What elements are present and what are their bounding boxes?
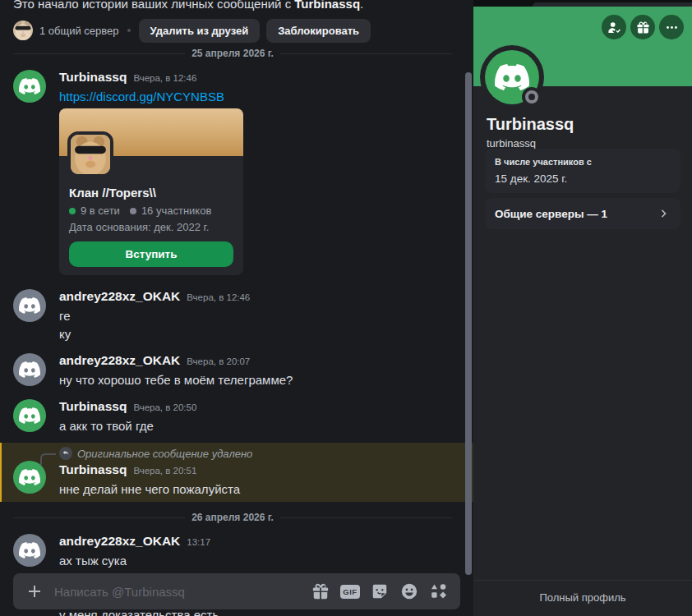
date-divider: 26 апреля 2026 г. <box>13 512 452 523</box>
chevron-right-icon <box>657 207 671 220</box>
discord-logo-icon <box>19 76 40 97</box>
message-author[interactable]: Turbinassq <box>59 399 127 414</box>
reply-spine <box>40 453 56 465</box>
message-group: andrey228xz_OKAKВчера, в 20:07 ну что хо… <box>13 352 452 388</box>
server-icon <box>67 131 113 177</box>
mutual-servers-card[interactable]: Общие серверы — 1 <box>485 198 680 229</box>
message-text: ге <box>59 309 452 323</box>
divider-line <box>13 53 185 54</box>
message-text: нне делай нне чего пожалуйста <box>59 482 452 496</box>
message-author[interactable]: andrey228xz_OKAK <box>59 353 180 368</box>
message-author[interactable]: andrey228xz_OKAK <box>59 534 180 549</box>
join-server-button[interactable]: Вступить <box>69 241 233 267</box>
dm-chat-area: Это начало истории ваших личных сообщени… <box>0 0 473 616</box>
message-text: а акк то твой где <box>59 419 452 433</box>
discord-logo-icon <box>19 405 40 426</box>
message-timestamp: 13:17 <box>187 535 210 549</box>
person-check-icon <box>607 21 621 34</box>
invite-link[interactable]: https://discord.gg/NYCYNBSB <box>59 90 224 103</box>
window-top-tab <box>533 2 692 7</box>
user-avatar[interactable] <box>13 399 46 432</box>
discord-logo-icon <box>19 540 40 561</box>
user-avatar[interactable] <box>13 534 46 567</box>
message-text: ах тыж сука <box>59 554 452 568</box>
message-timestamp: Вчера, в 20:07 <box>187 354 250 369</box>
chat-scrollbar[interactable] <box>465 72 472 575</box>
dm-intro-username: Turbinassq <box>294 0 360 11</box>
user-profile-panel: Turbinassq turbinassq В числе участников… <box>473 0 692 616</box>
user-avatar[interactable] <box>13 353 46 386</box>
message-input-bar: Написать @Turbinassq GIF <box>13 573 460 609</box>
attach-plus-icon[interactable] <box>25 582 44 601</box>
gif-icon[interactable]: GIF <box>340 582 360 601</box>
discord-logo-icon <box>19 467 40 488</box>
online-dot-icon <box>69 208 76 214</box>
divider-line <box>13 517 185 518</box>
member-since-label: В числе участников с <box>495 157 671 167</box>
message-author[interactable]: Turbinassq <box>59 70 127 85</box>
message-author[interactable]: andrey228xz_OKAK <box>59 289 180 304</box>
user-avatar[interactable] <box>13 461 46 494</box>
user-avatar[interactable] <box>13 70 46 103</box>
emoji-icon[interactable] <box>399 582 419 601</box>
invite-founded-date: Дата основания: дек. 2022 г. <box>69 221 233 233</box>
message-group: andrey228xz_OKAKВчера, в 12:46 ге ку <box>13 287 452 342</box>
discord-logo-icon <box>19 359 40 380</box>
profile-display-name: Turbinassq <box>487 115 679 134</box>
message-input[interactable]: Написать @Turbinassq <box>54 585 301 599</box>
message-group: Turbinassq Вчера, в 12:46 https://discor… <box>13 68 452 277</box>
full-profile-button[interactable]: Полный профиль <box>473 580 692 616</box>
deleted-original-note: Оригинальное сообщение удалено <box>77 448 252 460</box>
message-timestamp: Вчера, в 12:46 <box>133 71 196 85</box>
message-group: TurbinassqВчера, в 20:50 а акк то твой г… <box>13 398 452 434</box>
invite-server-name: Клан //Topers\\ <box>69 186 233 200</box>
divider-line <box>280 517 452 518</box>
apps-icon[interactable] <box>429 582 449 601</box>
remove-friend-button[interactable]: Удалить из друзей <box>139 19 261 43</box>
gift-icon[interactable] <box>630 15 655 39</box>
member-count: 16 участников <box>141 205 211 217</box>
message-author[interactable]: Turbinassq <box>59 462 127 477</box>
window-top-strip <box>473 0 692 7</box>
profile-username: turbinassq <box>487 137 679 149</box>
message-header: Turbinassq Вчера, в 12:46 <box>59 70 452 85</box>
message-text: https://discord.gg/NYCYNBSB <box>59 90 452 103</box>
member-since-card: В числе участников с 15 дек. 2025 г. <box>485 149 680 193</box>
offline-status-icon <box>522 87 542 107</box>
profile-avatar[interactable] <box>480 45 544 109</box>
dm-intro-text: Это начало истории ваших личных сообщени… <box>13 0 452 11</box>
dm-intro-prefix: Это начало истории ваших личных сообщени… <box>13 0 294 11</box>
date-divider: 25 апреля 2026 г. <box>13 48 452 59</box>
date-divider-label: 25 апреля 2026 г. <box>185 48 280 59</box>
divider-line <box>280 53 452 54</box>
online-count: 9 в сети <box>81 205 120 217</box>
reply-reference[interactable]: Оригинальное сообщение удалено <box>59 447 452 460</box>
friend-actions-row: 1 общий сервер Удалить из друзей Заблоки… <box>13 18 452 43</box>
reply-icon <box>59 447 72 460</box>
more-icon[interactable] <box>659 15 684 39</box>
highlighted-message-group: Оригинальное сообщение удалено Turbinass… <box>0 443 473 502</box>
block-button[interactable]: Заблокировать <box>266 19 371 43</box>
members-dot-icon <box>130 208 136 214</box>
message-text: ну что хорошо тебе в моём телеграмме? <box>59 373 452 387</box>
gift-icon[interactable] <box>311 582 330 601</box>
discord-logo-icon <box>19 295 40 316</box>
message-timestamp: Вчера, в 20:50 <box>133 400 196 415</box>
profile-identity: Turbinassq turbinassq <box>487 115 679 149</box>
friend-added-button[interactable] <box>602 15 626 39</box>
dot-separator <box>127 29 131 32</box>
profile-action-buttons <box>602 15 684 39</box>
message-text: ку <box>59 327 452 341</box>
dm-intro-suffix: . <box>360 0 363 11</box>
message-timestamp: Вчера, в 20:51 <box>133 463 196 478</box>
mutual-server-count: 1 общий сервер <box>39 25 119 37</box>
server-invite-card: Клан //Topers\\ 9 в сети 16 участников Д… <box>59 108 243 275</box>
user-avatar[interactable] <box>13 289 46 322</box>
invite-server-stats: 9 в сети 16 участников <box>69 205 233 217</box>
date-divider-label: 26 апреля 2026 г. <box>185 512 280 523</box>
mutual-server-icon <box>13 21 33 40</box>
message-timestamp: Вчера, в 12:46 <box>187 290 250 305</box>
hamster-avatar-icon <box>71 135 110 174</box>
sticker-icon[interactable] <box>370 582 390 601</box>
member-since-value: 15 дек. 2025 г. <box>495 172 671 185</box>
